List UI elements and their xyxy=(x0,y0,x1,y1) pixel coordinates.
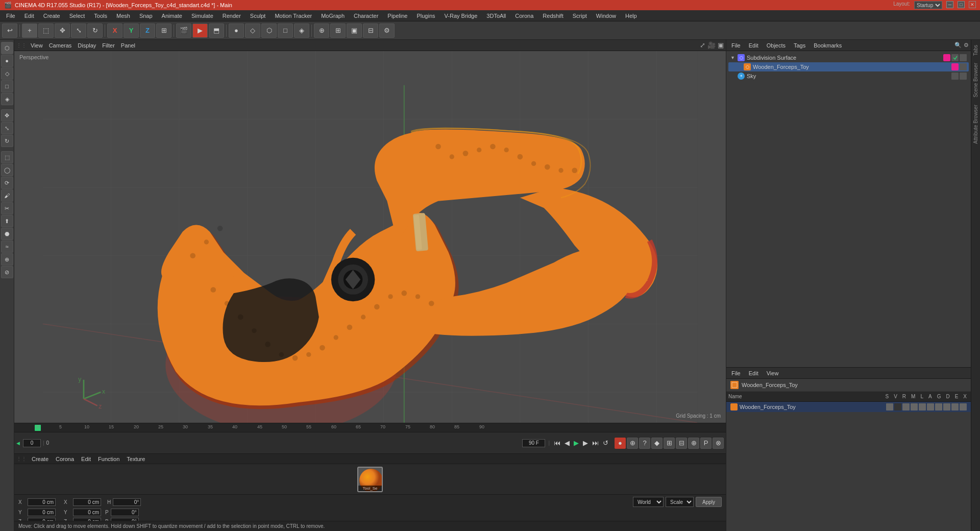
obj-tags-menu[interactable]: Tags xyxy=(791,42,808,49)
world-dropdown[interactable]: World Object xyxy=(633,497,664,507)
next-frame-button[interactable]: ▶ xyxy=(582,438,589,448)
render-region-button[interactable]: 🎬 xyxy=(176,23,191,38)
record-button[interactable]: ● xyxy=(615,438,626,449)
timeline-extra4[interactable]: P xyxy=(700,438,712,449)
ls-edges-btn[interactable]: ◇ xyxy=(1,67,13,80)
col-m[interactable]: M xyxy=(909,394,917,399)
obj-item-subdivision[interactable]: ▼ ⬡ Subdivision Surface xyxy=(728,53,969,62)
axis-x-button[interactable]: X xyxy=(107,23,122,38)
render-to-po-button[interactable]: ⬒ xyxy=(209,23,224,38)
matbar-edit[interactable]: Edit xyxy=(79,455,93,463)
obj-settings-icon[interactable]: ⚙ xyxy=(964,42,969,49)
menu-mograph[interactable]: MoGraph xyxy=(317,12,349,20)
col-g[interactable]: G xyxy=(935,394,943,399)
menu-file[interactable]: File xyxy=(2,12,19,20)
texture-mode-button[interactable]: ◈ xyxy=(294,23,309,38)
motion-path-button[interactable]: ? xyxy=(639,438,650,449)
edge-mode-button[interactable]: ◇ xyxy=(245,23,260,38)
obj-file-menu[interactable]: File xyxy=(728,42,744,49)
obj-item-wooden-forceps[interactable]: ⬡ Wooden_Forceps_Toy xyxy=(728,62,969,71)
ls-uvw-btn[interactable]: ◈ xyxy=(1,93,13,105)
menu-simulate[interactable]: Simulate xyxy=(187,12,217,20)
scale-dropdown[interactable]: Scale xyxy=(666,497,694,507)
menu-script[interactable]: Script xyxy=(569,12,591,20)
autokey-button[interactable]: ⊕ xyxy=(627,438,638,449)
layout-select[interactable]: Startup xyxy=(914,1,942,9)
display-button[interactable]: ▣ xyxy=(347,23,362,38)
attr-view-menu[interactable]: View xyxy=(764,370,782,377)
tool-rotate[interactable]: ↻ xyxy=(87,23,103,38)
menu-pipeline[interactable]: Pipeline xyxy=(383,12,411,20)
goto-end-button[interactable]: ⏭ xyxy=(591,438,600,448)
tool-move[interactable]: ✥ xyxy=(55,23,70,38)
rt-tab-scene-browser[interactable]: Scene Browser xyxy=(972,60,979,101)
timeline-extra2[interactable]: ⊟ xyxy=(676,438,687,449)
ls-bevel-btn[interactable]: ⬣ xyxy=(1,228,13,240)
axis-z-button[interactable]: Z xyxy=(140,23,155,38)
close-button[interactable]: ✕ xyxy=(969,1,976,8)
material-thumbnail[interactable]: Tool_Se xyxy=(357,467,383,492)
snap-button[interactable]: ⊕ xyxy=(314,23,329,38)
x-pos-input[interactable] xyxy=(28,498,56,506)
matbar-create[interactable]: Create xyxy=(30,455,51,463)
vp-filter-menu[interactable]: Filter xyxy=(100,42,116,49)
ls-scale-btn[interactable]: ⤡ xyxy=(1,122,13,134)
render-button[interactable]: ▶ xyxy=(192,23,208,38)
menu-character[interactable]: Character xyxy=(350,12,382,20)
attr-file-menu[interactable]: File xyxy=(728,370,744,377)
menu-motiontracker[interactable]: Motion Tracker xyxy=(271,12,316,20)
world-space-button[interactable]: ⊞ xyxy=(156,23,172,38)
goto-start-button[interactable]: ⏮ xyxy=(553,438,561,448)
menu-corona[interactable]: Corona xyxy=(511,12,537,20)
ls-paint-btn[interactable]: 🖌 xyxy=(1,189,13,202)
menu-edit[interactable]: Edit xyxy=(20,12,38,20)
rt-tab-attr-browser[interactable]: Attribute Browser xyxy=(972,102,979,147)
tool-scale[interactable]: ⤡ xyxy=(71,23,86,38)
rt-tab-tabs[interactable]: Tabs xyxy=(972,42,979,59)
col-s[interactable]: S xyxy=(883,394,891,399)
loop-button[interactable]: ↺ xyxy=(602,438,609,448)
attr-edit-menu[interactable]: Edit xyxy=(746,370,762,377)
attr-obj-row[interactable]: Wooden_Forceps_Toy xyxy=(726,402,971,412)
tool-select[interactable]: ⬚ xyxy=(38,23,54,38)
col-l[interactable]: L xyxy=(918,394,925,399)
col-v[interactable]: V xyxy=(892,394,899,399)
menu-mesh[interactable]: Mesh xyxy=(112,12,134,20)
tool-add[interactable]: + xyxy=(22,23,37,38)
ls-move-btn[interactable]: ✥ xyxy=(1,109,13,122)
menu-render[interactable]: Render xyxy=(218,12,245,20)
h-input[interactable] xyxy=(113,498,141,506)
grid-button[interactable]: ⊞ xyxy=(330,23,346,38)
y-rot-input[interactable] xyxy=(73,509,101,516)
matbar-corona[interactable]: Corona xyxy=(54,455,76,463)
obj-bookmarks-menu[interactable]: Bookmarks xyxy=(811,42,845,49)
obj-objects-menu[interactable]: Objects xyxy=(764,42,789,49)
x-rot-input[interactable] xyxy=(73,498,101,506)
timeline-extra3[interactable]: ⊕ xyxy=(688,438,699,449)
menu-window[interactable]: Window xyxy=(592,12,620,20)
menu-sculpt[interactable]: Sculpt xyxy=(246,12,270,20)
play-button[interactable]: ▶ xyxy=(573,438,580,448)
menu-create[interactable]: Create xyxy=(39,12,64,20)
menu-redshift[interactable]: Redshift xyxy=(538,12,567,20)
ls-lasso-btn[interactable]: ◯ xyxy=(1,164,13,176)
viewport-3d-canvas[interactable]: x y z xyxy=(14,51,726,423)
ls-stitch-btn[interactable]: ⊕ xyxy=(1,253,13,266)
maximize-button[interactable]: □ xyxy=(958,1,965,8)
col-r[interactable]: R xyxy=(900,394,908,399)
menu-plugins[interactable]: Plugins xyxy=(412,12,439,20)
ls-extrude-btn[interactable]: ⬆ xyxy=(1,215,13,227)
timeline-ruler[interactable]: 0 5 10 15 20 25 30 35 40 45 50 55 60 65 … xyxy=(14,423,726,432)
polygon-mode-button[interactable]: ⬡ xyxy=(261,23,277,38)
menu-snap[interactable]: Snap xyxy=(135,12,157,20)
object-mode-button[interactable]: □ xyxy=(278,23,293,38)
p-input[interactable] xyxy=(111,509,139,516)
menu-tools[interactable]: Tools xyxy=(90,12,111,20)
ls-select-btn[interactable]: ⬚ xyxy=(1,151,13,163)
keyframe-button[interactable]: ◆ xyxy=(651,438,663,449)
matbar-function[interactable]: Function xyxy=(96,455,121,463)
ls-dissolve-btn[interactable]: ⊘ xyxy=(1,266,13,278)
minimize-button[interactable]: ─ xyxy=(946,1,953,8)
subdivision-expand-icon[interactable]: ▼ xyxy=(730,55,736,60)
col-a[interactable]: A xyxy=(926,394,934,399)
